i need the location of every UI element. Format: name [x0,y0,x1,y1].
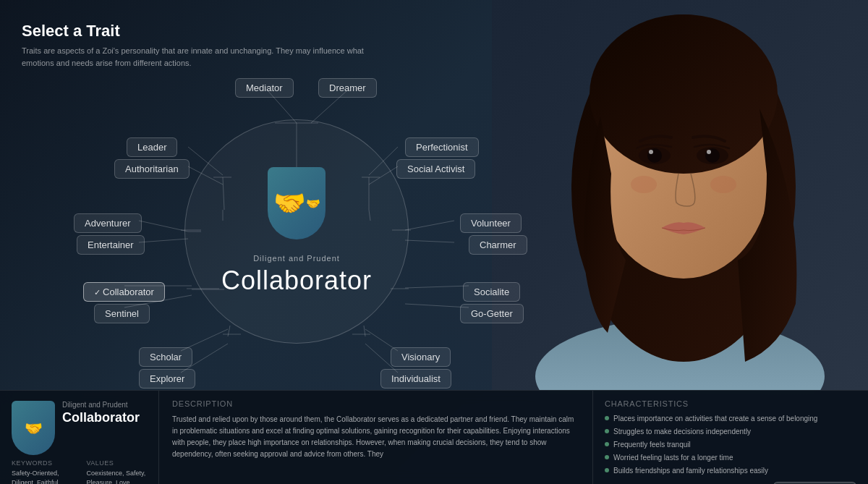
trait-go-getter[interactable]: Go-Getter [460,304,524,323]
characteristics-section: Characteristics Places importance on act… [593,391,868,484]
bottom-card-section: 🤝 Diligent and Prudent Collaborator Keyw… [0,391,159,484]
char-dot-1 [605,429,609,433]
description-text: Trusted and relied upon by those around … [172,414,579,460]
svg-line-31 [405,286,469,288]
char-dot-0 [605,416,609,420]
svg-line-24 [139,239,188,242]
characteristics-label: Characteristics [605,399,856,408]
svg-line-26 [405,221,454,230]
bottom-card-icon: 🤝 [12,401,55,455]
trait-leader[interactable]: Leader [127,137,177,157]
svg-point-5 [590,14,778,174]
trait-dreamer[interactable]: Dreamer [318,78,377,98]
char-dot-3 [605,455,609,459]
trait-visionary[interactable]: Visionary [391,347,451,367]
svg-line-42 [228,326,230,336]
svg-line-23 [139,221,188,232]
trait-authoritarian[interactable]: Authoritarian [114,159,190,179]
char-text-1: Struggles to make decisions independentl… [613,427,751,437]
trait-sentinel[interactable]: Sentinel [94,304,150,323]
char-dot-4 [605,468,609,472]
keywords-label: Keywords [12,459,72,467]
trait-explorer[interactable]: Explorer [139,369,195,389]
trait-collaborator[interactable]: Collaborator [83,282,165,302]
char-item-4: Builds friendships and family relationsh… [605,466,856,476]
trait-socialite[interactable]: Socialite [463,282,520,302]
bottom-panel: 🤝 Diligent and Prudent Collaborator Keyw… [0,390,868,484]
trait-entertainer[interactable]: Entertainer [77,235,145,255]
trait-individualist[interactable]: Individualist [380,369,451,389]
characteristics-list: Places importance on activities that cre… [605,414,856,476]
svg-line-32 [405,304,469,307]
keywords-section: Keywords Safety-Oriented, Diligent, Fait… [12,459,72,484]
trait-social-activist[interactable]: Social Activist [396,159,475,179]
svg-point-13 [710,176,736,193]
bottom-card-title: Collaborator [62,410,147,425]
char-text-0: Places importance on activities that cre… [613,414,817,424]
center-subtitle: Diligent and Prudent [253,254,340,263]
values-section: Values Coexistence, Safety, Pleasure, Lo… [87,459,148,484]
svg-point-10 [649,150,653,154]
svg-line-43 [364,326,365,336]
center-circle: 🤝 Diligent and Prudent Collaborator [184,119,409,344]
page-title: Select a Trait [22,22,398,41]
trait-scholar[interactable]: Scholar [139,347,192,367]
page-subtitle: Traits are aspects of a Zoi's personalit… [22,45,398,69]
svg-line-27 [405,240,454,242]
char-dot-2 [605,442,609,446]
trait-perfectionist[interactable]: Perfectionist [405,137,479,157]
char-item-2: Frequently feels tranquil [605,440,856,450]
keywords-value: Safety-Oriented, Diligent, Faithful, Pru… [12,469,72,484]
char-item-1: Struggles to make decisions independentl… [605,427,856,437]
values-value: Coexistence, Safety, Pleasure, Love [87,469,148,484]
svg-point-12 [631,176,657,193]
bottom-keywords-row: Keywords Safety-Oriented, Diligent, Fait… [12,459,147,484]
char-text-2: Frequently feels tranquil [613,440,691,450]
center-title: Collaborator [221,266,372,296]
bottom-card: 🤝 Diligent and Prudent Collaborator [12,401,147,455]
trait-diagram: 🤝 Diligent and Prudent Collaborator Medi… [36,65,557,398]
char-text-4: Builds friendships and family relationsh… [613,466,768,476]
trait-mediator[interactable]: Mediator [235,78,294,98]
bottom-card-info: Diligent and Prudent Collaborator [62,401,147,431]
bottom-card-label: Diligent and Prudent [62,401,147,409]
trait-charmer[interactable]: Charmer [469,235,527,255]
char-item-0: Places importance on activities that cre… [605,414,856,424]
svg-point-11 [707,150,711,154]
trait-volunteer[interactable]: Volunteer [460,213,522,233]
values-label: Values [87,459,148,467]
center-icon: 🤝 [268,167,326,239]
char-item-3: Worried feeling lasts for a longer time [605,453,856,463]
char-text-3: Worried feeling lasts for a longer time [613,453,733,463]
description-label: Description [172,399,579,408]
trait-adventurer[interactable]: Adventurer [74,213,142,233]
header: Select a Trait Traits are aspects of a Z… [22,22,398,69]
characteristics-inner: Characteristics Places importance on act… [605,399,856,475]
description-section: Description Trusted and relied upon by t… [159,391,593,484]
